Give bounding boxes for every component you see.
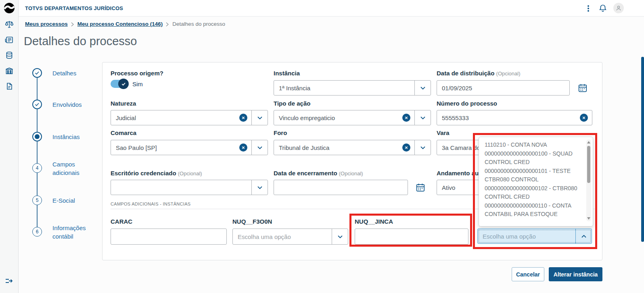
numero-processo-input[interactable] [437,114,580,121]
scroll-down-arrow-icon[interactable] [587,217,590,220]
carac-field[interactable] [111,229,227,245]
escritorio-credenciado-input[interactable] [111,184,251,191]
page-scrollbar[interactable] [641,57,644,242]
data-distribuicao-field[interactable] [437,80,570,96]
numero-processo-label: Número do processo [437,100,497,107]
nuq-f3o0n-select[interactable] [232,229,348,245]
comarca-input[interactable] [111,144,239,151]
tipo-acao-combo[interactable]: ✕ [274,110,431,125]
clear-icon[interactable]: ✕ [239,114,247,122]
dropdown-option[interactable]: 00000000000000000110 - CONTA CONTABIL PA… [485,202,577,218]
scrollbar-thumb[interactable] [587,146,590,183]
breadcrumb-link-meus-processos[interactable]: Meus processos [25,21,68,27]
step-circle-esocial[interactable]: 5 [32,195,42,205]
vara-label: Vara [437,129,450,136]
app-title: TOTVS DEPARTAMENTOS JURÍDICOS [25,5,123,11]
ledger-icon[interactable] [5,35,14,44]
scroll-up-arrow-icon[interactable] [587,141,590,143]
chevron-down-icon[interactable] [332,235,348,238]
step-label-instancias[interactable]: Instâncias [52,133,95,141]
justice-scales-icon[interactable] [5,20,14,29]
step-label-detalhes[interactable]: Detalhes [52,69,95,77]
dropdown-option[interactable]: 00000000000000000102 - CTBR080 CONTROL C… [485,184,577,201]
nuq-jinca-field[interactable] [355,229,468,245]
numero-processo-field[interactable]: ✕ [437,110,592,125]
database-icon[interactable] [5,51,14,60]
step-circle-detalhes[interactable] [32,68,42,78]
clear-icon[interactable]: ✕ [580,114,588,122]
cancel-button[interactable]: Cancelar [512,267,544,281]
natureza-combo[interactable]: ✕ [111,110,268,125]
step-label-esocial[interactable]: E-Social [52,196,95,205]
data-distribuicao-input[interactable] [437,85,569,91]
tipo-acao-input[interactable] [274,114,402,121]
carac-input[interactable] [111,233,226,240]
chevron-down-icon[interactable] [415,87,431,89]
breadcrumb-link-processo-contencioso[interactable]: Meu processo Contencioso (146) [77,21,163,27]
chevron-down-icon[interactable] [252,116,268,119]
avatar[interactable] [613,3,624,13]
natureza-input[interactable] [111,114,239,121]
clear-icon[interactable]: ✕ [402,114,410,122]
carac-label: CARAC [111,218,132,225]
page-title: Detalhes do processo [24,35,137,48]
data-distribuicao-label: Data de distribuição (Opcional) [437,70,521,77]
clear-icon[interactable]: ✕ [402,143,410,152]
step-circle-campos-adicionais[interactable]: 4 [32,163,42,173]
conta-contabil-input[interactable] [478,233,575,240]
data-encerramento-label: Data de encerramento (Opcional) [274,170,363,177]
instancia-select[interactable] [274,80,431,96]
conta-contabil-select[interactable] [477,229,592,244]
chevron-right-icon [71,22,74,26]
dropdown-option[interactable]: 1110210 - CONTA NOVA [485,141,577,149]
top-header: TOTVS DEPARTAMENTOS JURÍDICOS [19,0,644,17]
chevron-down-icon[interactable] [252,186,268,189]
alterar-instancia-button[interactable]: Alterar instância [549,267,602,281]
stepper-line [37,73,38,232]
chevron-down-icon[interactable] [415,116,431,119]
chevron-up-icon[interactable] [576,235,592,238]
calendar-icon[interactable] [416,183,425,192]
step-label-campos-adicionais[interactable]: Campos adicionais [52,160,95,177]
chevron-down-icon[interactable] [415,146,431,149]
dropdown-option[interactable]: 00000000000000000100 - SQUAD CONTROL CRE… [485,150,577,166]
chevron-right-icon [166,22,169,26]
dropdown-option[interactable]: 00000000000000000101 - TESTE CTBR080 CON… [485,167,577,184]
comarca-combo[interactable]: ✕ [111,140,268,155]
totvs-logo-icon[interactable] [4,2,15,14]
nuq-f3o0n-label: NUQ__F3O0N [232,218,272,225]
clear-icon[interactable]: ✕ [239,143,247,152]
processo-origem-toggle[interactable]: Sim [111,80,143,88]
step-label-envolvidos[interactable]: Envolvidos [52,100,95,109]
kebab-menu-icon[interactable] [585,4,591,12]
conta-contabil-dropdown: 1110210 - CONTA NOVA 0000000000000000010… [479,137,593,227]
document-icon[interactable] [5,82,14,91]
step-circle-envolvidos[interactable] [32,100,42,109]
step-circle-instancias[interactable] [32,132,42,141]
escritorio-credenciado-label: Escritório credenciado (Opcional) [111,170,202,177]
office-building-icon[interactable] [5,66,14,75]
instancia-label: Instância [274,70,300,77]
foro-combo[interactable]: ✕ [274,140,431,155]
step-circle-informacoes-contabil[interactable]: 6 [32,227,42,237]
data-encerramento-input[interactable] [274,184,408,191]
calendar-icon[interactable] [578,83,588,93]
andamento-label: Andamento au [437,170,479,177]
expand-menu-icon[interactable] [5,278,13,284]
dropdown-scrollbar[interactable] [586,139,591,221]
foro-input[interactable] [274,144,402,151]
escritorio-credenciado-select[interactable] [111,180,268,195]
sidebar [0,0,19,293]
nuq-f3o0n-input[interactable] [233,233,332,240]
nuq-jinca-input[interactable] [355,233,468,240]
step-label-informacoes-contabil[interactable]: Informações contábil [52,224,95,241]
breadcrumb: Meus processos Meu processo Contencioso … [25,21,225,27]
instancia-input[interactable] [274,85,414,91]
chevron-down-icon[interactable] [252,146,268,149]
tipo-acao-label: Tipo de ação [274,100,310,107]
section-label: CAMPOS ADICIONAIS - INSTÂNCIAS [111,202,190,206]
bell-icon[interactable] [598,4,607,12]
data-encerramento-field[interactable] [274,180,408,195]
app-window: TOTVS DEPARTAMENTOS JURÍDICOS Meus proce… [0,0,644,293]
processo-origem-label: Processo origem? [111,70,163,77]
